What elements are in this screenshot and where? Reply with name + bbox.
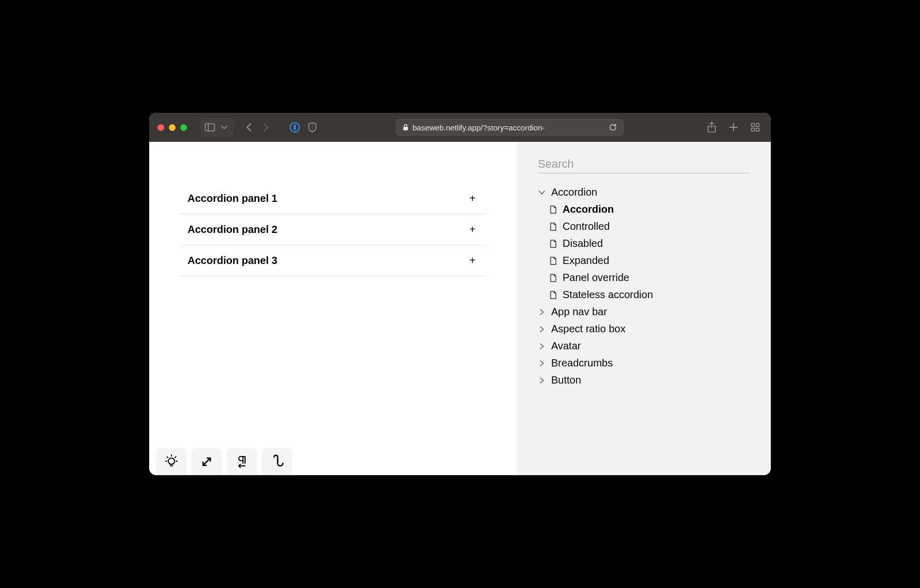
story-tree: Accordion Accordion Controlled [538, 184, 750, 389]
new-tab-button[interactable] [726, 120, 741, 135]
tree-item-panel-override[interactable]: Panel override [538, 269, 750, 286]
expand-icon: + [469, 224, 476, 236]
tree-item-label: Controlled [563, 220, 610, 232]
content-area: Accordion panel 1 + Accordion panel 2 + … [149, 142, 771, 475]
traffic-lights [157, 124, 187, 131]
window-minimize-button[interactable] [169, 124, 176, 131]
accordion-panel-title: Accordion panel 1 [188, 193, 277, 204]
url-text: baseweb.netlify.app/?story=accordion- [413, 123, 605, 132]
url-bar: baseweb.netlify.app/?story=accordion- [329, 119, 690, 136]
sidebar-icon [205, 123, 215, 131]
expand-icon: + [469, 193, 476, 204]
sidebar-toggle-group [200, 118, 234, 137]
file-icon [549, 291, 557, 299]
accordion-panel-2[interactable]: Accordion panel 2 + [180, 214, 486, 245]
accordion-panel-3[interactable]: Accordion panel 3 + [180, 245, 486, 276]
tree-item-accordion[interactable]: Accordion [538, 201, 750, 218]
tree-group-aspect-ratio-box[interactable]: Aspect ratio box [538, 320, 750, 337]
expand-arrows-icon [200, 455, 213, 468]
pre-url-icons [288, 120, 320, 135]
chevron-down-icon [221, 125, 227, 129]
file-icon [549, 205, 557, 214]
pilcrow-rtl-icon [235, 454, 249, 469]
tree-group-label: Button [551, 374, 581, 386]
tree-item-controlled[interactable]: Controlled [538, 218, 750, 235]
chevron-right-icon [538, 359, 546, 368]
tree-group-label: App nav bar [551, 306, 607, 318]
onepassword-icon [289, 122, 300, 133]
forward-button[interactable] [258, 120, 273, 135]
tree-item-stateless-accordion[interactable]: Stateless accordion [538, 286, 750, 303]
tree-group-avatar[interactable]: Avatar [538, 337, 750, 355]
tree-item-label: Expanded [563, 255, 609, 267]
file-icon [549, 223, 557, 231]
file-icon [549, 274, 557, 282]
svg-rect-8 [756, 128, 759, 131]
svg-rect-5 [752, 124, 755, 127]
browser-window: baseweb.netlify.app/?story=accordion- [149, 113, 771, 475]
story-sidebar: Accordion Accordion Controlled [517, 142, 771, 475]
file-icon [549, 257, 557, 265]
address-bar[interactable]: baseweb.netlify.app/?story=accordion- [396, 119, 624, 136]
accordion-panel-1[interactable]: Accordion panel 1 + [180, 183, 486, 214]
fullscreen-button[interactable] [192, 448, 222, 475]
accordion-panel-title: Accordion panel 3 [188, 255, 277, 267]
reload-icon[interactable] [609, 123, 617, 132]
back-button[interactable] [242, 120, 256, 135]
share-button[interactable] [705, 120, 719, 135]
search-wrap [538, 157, 750, 173]
tab-overview-button[interactable] [748, 120, 763, 135]
plus-icon [729, 123, 738, 132]
chevron-right-icon [538, 308, 546, 316]
hook-button[interactable] [262, 448, 292, 475]
svg-point-9 [168, 458, 175, 464]
shield-icon [308, 122, 317, 133]
search-input[interactable] [538, 157, 750, 171]
chevron-right-icon [538, 376, 546, 385]
tree-group-label: Avatar [551, 340, 581, 352]
accordion-panel-title: Accordion panel 2 [188, 224, 277, 236]
tree-item-label: Stateless accordion [563, 289, 653, 301]
chevron-right-icon [262, 123, 269, 132]
right-toolbar [705, 120, 763, 135]
tree-group-label: Aspect ratio box [551, 323, 625, 335]
theme-toggle-button[interactable] [156, 448, 186, 475]
tab-dropdown-button[interactable] [217, 120, 232, 135]
window-close-button[interactable] [157, 124, 164, 131]
tree-item-label: Accordion [563, 203, 614, 215]
svg-rect-0 [205, 124, 214, 131]
tree-item-label: Panel override [563, 272, 629, 284]
svg-rect-7 [752, 128, 755, 131]
show-sidebar-button[interactable] [203, 120, 217, 135]
tree-item-expanded[interactable]: Expanded [538, 252, 750, 269]
chevron-right-icon [538, 325, 546, 333]
tree-group-label: Breadcrumbs [551, 357, 613, 369]
tree-group-app-nav-bar[interactable]: App nav bar [538, 303, 750, 320]
chevron-left-icon [246, 123, 253, 132]
window-maximize-button[interactable] [180, 124, 187, 131]
chevron-down-icon [538, 188, 546, 197]
tree-item-disabled[interactable]: Disabled [538, 235, 750, 252]
privacy-shield-button[interactable] [305, 120, 320, 135]
lightbulb-icon [164, 454, 179, 469]
tree-group-button[interactable]: Button [538, 372, 750, 389]
expand-icon: + [469, 255, 476, 267]
grid-icon [751, 123, 760, 132]
share-icon [707, 122, 716, 133]
password-manager-button[interactable] [288, 120, 302, 135]
rtl-toggle-button[interactable] [227, 448, 257, 475]
nav-arrows [242, 120, 273, 135]
story-preview: Accordion panel 1 + Accordion panel 2 + … [149, 142, 517, 475]
svg-rect-4 [403, 127, 408, 130]
svg-rect-6 [756, 124, 759, 127]
hook-icon [269, 454, 285, 469]
tree-group-breadcrumbs[interactable]: Breadcrumbs [538, 355, 750, 372]
chevron-right-icon [538, 342, 546, 350]
file-icon [549, 240, 557, 248]
tree-group-label: Accordion [551, 186, 597, 198]
tree-group-accordion[interactable]: Accordion [538, 184, 750, 201]
browser-toolbar: baseweb.netlify.app/?story=accordion- [149, 113, 771, 142]
story-toolbar [156, 448, 292, 475]
tree-item-label: Disabled [563, 238, 603, 249]
svg-rect-3 [294, 125, 296, 130]
